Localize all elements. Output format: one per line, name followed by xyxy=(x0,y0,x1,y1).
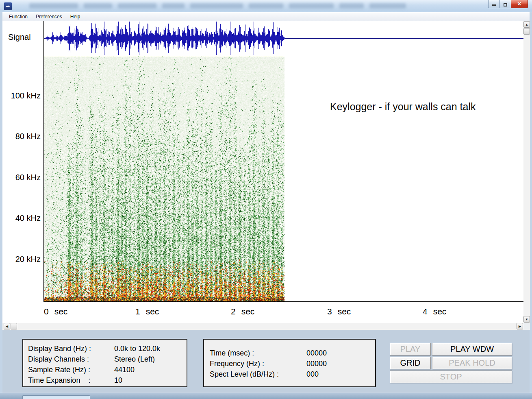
time-expansion-label: Time Expansion : xyxy=(28,375,114,386)
time-tick-0sec: 0sec xyxy=(44,307,67,316)
minimize-icon xyxy=(492,4,496,6)
time-tick-4sec: 4sec xyxy=(423,307,446,316)
menubar: Function Preferences Help xyxy=(2,12,530,21)
horizontal-scrollbar[interactable]: ◀ ▶ xyxy=(2,323,523,330)
annotation-text: Keylogger - if your walls can talk xyxy=(330,101,476,113)
menu-item-function[interactable]: Function xyxy=(5,13,32,21)
time-axis-line xyxy=(43,301,523,302)
time-expansion-row: Time Expansion : 10 xyxy=(28,375,182,386)
menu-item-help[interactable]: Help xyxy=(66,13,85,21)
spect-level-readout-label: Spect Level (dB/Hz) : xyxy=(210,369,306,379)
signal-spectrogram-divider xyxy=(43,56,523,56)
display-area: Signal 100 kHz 80 kHz 60 kHz 40 kHz 20 k… xyxy=(2,21,523,323)
peak-hold-button[interactable]: PEAK HOLD xyxy=(432,357,512,369)
vertical-scroll-thumb[interactable] xyxy=(523,28,530,35)
display-channels-label: Display Channels : xyxy=(28,354,114,364)
maximize-icon xyxy=(504,3,507,7)
freq-tick-60khz: 60 kHz xyxy=(2,173,41,182)
grid-button[interactable]: GRID xyxy=(390,357,431,369)
menu-item-preferences[interactable]: Preferences xyxy=(32,13,66,21)
minimize-button[interactable] xyxy=(488,0,500,8)
maximize-button[interactable] xyxy=(499,0,511,8)
waveform-canvas[interactable] xyxy=(44,21,523,56)
scroll-down-button[interactable]: ▼ xyxy=(523,316,530,323)
sample-rate-row: Sample Rate (Hz) : 44100 xyxy=(28,364,182,375)
time-readout-value: 00000 xyxy=(306,348,327,358)
time-tick-2sec: 2sec xyxy=(231,307,254,316)
frequency-readout-row: Frequency (Hz) : 00000 xyxy=(210,358,369,369)
play-wdw-button[interactable]: PLAY WDW xyxy=(432,343,512,355)
scroll-up-button[interactable]: ▲ xyxy=(523,21,530,28)
titlebar[interactable]: ✕ xyxy=(0,0,532,12)
freq-tick-100khz: 100 kHz xyxy=(2,91,41,100)
frequency-readout-label: Frequency (Hz) : xyxy=(210,358,306,369)
readout-panel: Time (msec) : 00000 Frequency (Hz) : 000… xyxy=(203,339,376,387)
display-channels-row: Display Channels : Stereo (Left) xyxy=(28,354,182,364)
display-channels-value: Stereo (Left) xyxy=(114,354,155,364)
freq-tick-20khz: 20 kHz xyxy=(2,255,41,264)
frequency-readout-value: 00000 xyxy=(306,358,327,369)
signal-label: Signal xyxy=(8,33,31,42)
display-band-label: Display Band (Hz) : xyxy=(28,343,114,354)
horizontal-scroll-thumb[interactable] xyxy=(11,323,17,329)
display-band-value: 0.0k to 120.0k xyxy=(114,343,160,354)
scroll-left-button[interactable]: ◀ xyxy=(4,323,10,329)
spect-level-readout-row: Spect Level (dB/Hz) : 000 xyxy=(210,369,369,379)
plot-left-axis xyxy=(43,21,44,301)
vertical-scrollbar[interactable]: ▲ ▼ xyxy=(523,21,530,323)
play-button[interactable]: PLAY xyxy=(390,343,431,355)
sample-rate-label: Sample Rate (Hz) : xyxy=(28,364,114,375)
freq-tick-40khz: 40 kHz xyxy=(2,214,41,223)
background-window-edge xyxy=(22,395,90,399)
time-tick-3sec: 3sec xyxy=(327,307,351,316)
time-readout-row: Time (msec) : 00000 xyxy=(210,348,369,358)
sample-rate-value: 44100 xyxy=(114,364,135,375)
title-redacted-text xyxy=(29,3,476,9)
bat-app-icon xyxy=(4,2,12,10)
stop-button[interactable]: STOP xyxy=(390,371,512,383)
close-button[interactable]: ✕ xyxy=(511,0,528,8)
display-band-row: Display Band (Hz) : 0.0k to 120.0k xyxy=(28,343,182,354)
scrollbar-corner xyxy=(523,323,530,330)
bottom-panel: Display Band (Hz) : 0.0k to 120.0k Displ… xyxy=(2,330,530,393)
time-tick-1sec: 1sec xyxy=(135,307,159,316)
freq-tick-80khz: 80 kHz xyxy=(2,132,41,141)
spectrogram-canvas[interactable] xyxy=(44,56,284,301)
window-controls: ✕ xyxy=(489,0,528,8)
scroll-right-button[interactable]: ▶ xyxy=(517,323,523,329)
settings-panel: Display Band (Hz) : 0.0k to 120.0k Displ… xyxy=(22,339,187,387)
bat-icon xyxy=(5,3,11,9)
time-readout-label: Time (msec) : xyxy=(210,348,306,358)
close-icon: ✕ xyxy=(517,0,522,8)
time-expansion-value: 10 xyxy=(114,375,122,386)
spect-level-readout-value: 000 xyxy=(306,369,319,379)
